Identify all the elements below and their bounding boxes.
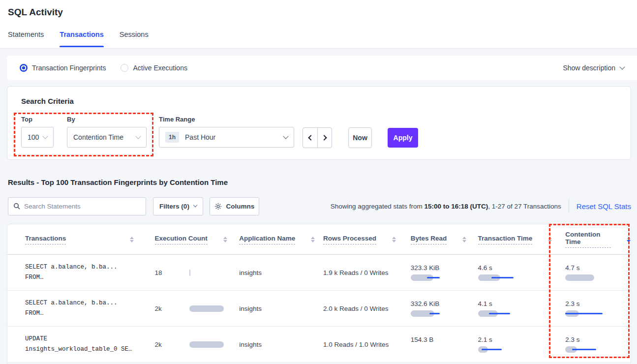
page-header: SQL Activity Statements Transactions Ses…	[0, 0, 637, 49]
tab-statements[interactable]: Statements	[8, 30, 44, 47]
chevron-down-icon	[193, 203, 197, 207]
contention-time-bar	[565, 274, 614, 281]
sort-icon[interactable]	[548, 237, 552, 243]
transaction-fingerprint-cell[interactable]: SELECT a.balance, b.ba...FROM…	[7, 262, 148, 283]
execution-count-cell: 2k	[148, 291, 232, 326]
column-header-execution-count[interactable]: Execution Count	[148, 235, 232, 244]
arrow-left-icon	[308, 135, 313, 140]
search-statements-box	[8, 197, 146, 215]
sort-icon[interactable]	[130, 237, 134, 243]
bytes-read-bar	[411, 346, 460, 353]
chevron-down-icon	[42, 133, 48, 139]
column-header-transactions[interactable]: Transactions	[7, 235, 148, 244]
filters-button[interactable]: Filters (0)	[153, 197, 203, 215]
columns-button[interactable]: Columns	[210, 197, 259, 215]
previous-time-button[interactable]	[303, 128, 317, 148]
transaction-fingerprint-cell[interactable]: SELECT a.balance, b.ba...FROM…	[7, 298, 148, 319]
top-select-value: 100	[28, 133, 39, 141]
sort-icon[interactable]	[392, 237, 396, 243]
search-criteria-row: Top 100 By Contention Time Time Range 1h…	[21, 116, 631, 148]
transaction-time-bar	[478, 346, 527, 353]
by-field: By Contention Time	[67, 116, 147, 148]
page-title: SQL Activity	[8, 7, 63, 18]
results-toolbar: Filters (0) Columns Showing aggregated s…	[8, 197, 631, 215]
application-name-cell: insights	[232, 340, 316, 349]
filters-button-label: Filters (0)	[159, 203, 189, 210]
column-header-contention-time[interactable]: Contention Time	[558, 231, 631, 248]
radio-unselected-icon	[121, 64, 128, 72]
bytes-read-bar	[411, 310, 460, 317]
column-header-rows-processed[interactable]: Rows Processed	[316, 235, 403, 244]
sort-icon-active-desc[interactable]	[627, 237, 631, 243]
top-field: Top 100	[21, 116, 54, 148]
search-criteria-title: Search Criteria	[21, 97, 631, 105]
radio-selected-icon	[20, 64, 28, 72]
column-header-transaction-time[interactable]: Transaction Time	[471, 235, 558, 244]
by-select[interactable]: Contention Time	[67, 127, 147, 148]
vertical-divider	[569, 199, 569, 213]
rows-processed-cell: 1.9 k Reads / 0 Writes	[316, 268, 403, 277]
transactions-table: Transactions Execution Count Application…	[7, 224, 631, 364]
search-criteria-card: Search Criteria Top 100 By Contention Ti…	[7, 86, 631, 160]
top-field-label: Top	[21, 116, 54, 123]
time-range-label: Time Range	[159, 116, 294, 123]
transaction-time-bar	[478, 310, 527, 317]
transaction-time-cell: 4.1 s	[471, 300, 558, 317]
execution-count-bar	[189, 270, 190, 276]
next-time-button[interactable]	[317, 128, 332, 148]
bytes-read-cell: 154.3 B	[403, 336, 471, 353]
radio-transaction-fingerprints[interactable]: Transaction Fingerprints	[20, 64, 106, 72]
contention-time-cell: 2.3 s	[558, 300, 631, 317]
tab-sessions[interactable]: Sessions	[120, 30, 149, 47]
chevron-down-icon	[619, 64, 625, 69]
execution-count-cell: 2k	[148, 327, 232, 362]
tab-transactions[interactable]: Transactions	[60, 30, 103, 47]
gear-icon	[214, 203, 222, 210]
transaction-time-cell: 2.1 s	[471, 336, 558, 353]
application-name-cell: insights	[232, 268, 316, 277]
execution-count-cell: 18	[148, 255, 232, 290]
aggregated-stats-text: Showing aggregated stats from 15:00 to 1…	[331, 203, 561, 210]
tab-bar: Statements Transactions Sessions	[8, 30, 149, 47]
contention-time-cell: 2.3 s	[558, 336, 631, 353]
columns-button-label: Columns	[226, 203, 255, 210]
table-row[interactable]: SELECT a.balance, b.ba...FROM… 2k insigh…	[7, 291, 631, 327]
execution-count-bar	[189, 341, 224, 348]
transaction-time-bar	[478, 274, 527, 281]
table-header-row: Transactions Execution Count Application…	[7, 224, 631, 255]
radio-active-executions[interactable]: Active Executions	[121, 64, 187, 72]
column-header-application-name[interactable]: Application Name	[232, 235, 316, 244]
radio-label: Active Executions	[133, 64, 187, 72]
top-select[interactable]: 100	[21, 127, 54, 148]
toolbar-right: Showing aggregated stats from 15:00 to 1…	[331, 199, 631, 213]
show-description-label: Show description	[563, 64, 615, 72]
time-range-value: Past Hour	[185, 133, 215, 141]
application-name-cell: insights	[232, 304, 316, 313]
contention-time-cell: 4.7 s	[558, 264, 631, 281]
sql-activity-page: SQL Activity Statements Transactions Ses…	[0, 0, 637, 364]
show-description-toggle[interactable]: Show description	[563, 64, 624, 72]
sort-icon[interactable]	[462, 237, 466, 243]
bytes-read-cell: 323.3 KiB	[403, 264, 471, 281]
sort-icon[interactable]	[311, 237, 315, 243]
bytes-read-bar	[411, 274, 460, 281]
results-heading: Results - Top 100 Transaction Fingerprin…	[8, 178, 228, 186]
by-select-value: Contention Time	[73, 133, 123, 141]
now-button[interactable]: Now	[348, 127, 372, 148]
rows-processed-cell: 1.0 Reads / 1.0 Writes	[316, 340, 403, 349]
time-range-badge: 1h	[165, 132, 179, 143]
arrow-right-icon	[321, 135, 327, 140]
sort-icon[interactable]	[223, 237, 227, 243]
time-range-field: Time Range 1h Past Hour	[159, 116, 294, 148]
table-row[interactable]: SELECT a.balance, b.ba...FROM… 18 insigh…	[7, 255, 631, 291]
table-row[interactable]: UPDATEinsights_workload_table_0 SE… 2k i…	[7, 327, 631, 363]
search-statements-input[interactable]	[24, 203, 141, 210]
column-header-bytes-read[interactable]: Bytes Read	[403, 235, 471, 244]
apply-button[interactable]: Apply	[388, 128, 418, 148]
time-nav-group	[303, 127, 332, 148]
view-toggle-bar: Transaction Fingerprints Active Executio…	[7, 56, 637, 80]
reset-sql-stats-link[interactable]: Reset SQL Stats	[576, 202, 631, 211]
time-range-select[interactable]: 1h Past Hour	[159, 127, 294, 148]
transaction-fingerprint-cell[interactable]: UPDATEinsights_workload_table_0 SE…	[7, 334, 148, 355]
bytes-read-cell: 332.6 KiB	[403, 300, 471, 317]
